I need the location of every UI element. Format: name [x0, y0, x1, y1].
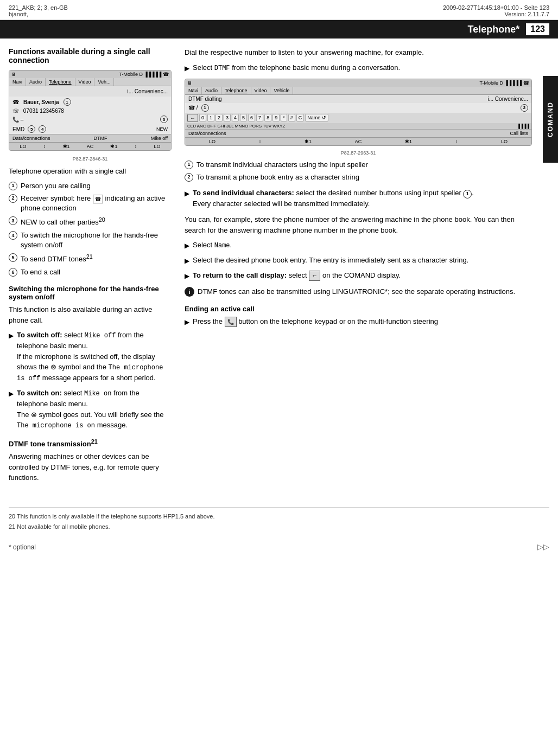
list-item-6: 6 To end a call	[9, 267, 172, 277]
switch-off-item: ▶ To switch off: select Mike off from th…	[9, 330, 172, 383]
device-mockup-2: 🖥 T-Mobile D ▐▐▐▐▐ ☎ Navi Audio Telephon…	[185, 79, 532, 146]
send-chars-label: To send individual characters:	[193, 189, 294, 197]
badge-3: 3	[160, 116, 168, 123]
device1-caption: P82.87-2846-31	[9, 156, 172, 162]
header-left-bottom: bjanott,	[9, 11, 68, 17]
select-dtmf-item: ▶ Select DTMF from the telephone basic m…	[185, 62, 532, 73]
badge-5: 5	[28, 125, 35, 133]
device1-nav-audio: Audio	[26, 78, 46, 86]
key-star: *	[281, 114, 287, 121]
device2-call-icon: ☎ /	[188, 105, 198, 111]
device2-btn-ac: AC	[355, 139, 362, 144]
return-call-label: To return to the call display:	[193, 271, 287, 279]
device2-bottom-bar: LO ↕ ✱1 AC ✱1 ↕ LO	[185, 137, 531, 145]
key-0: 0	[199, 114, 206, 121]
back-btn: ←	[187, 114, 198, 122]
header-right-bottom: Version: 2.11.7.7	[443, 11, 549, 17]
item2-text: Receiver symbol: here ☎ indicating an ac…	[21, 194, 172, 214]
send-chars-content: To send individual characters: select th…	[193, 188, 474, 209]
switch-off-detail: If the microphone is switched off, the d…	[17, 353, 163, 382]
key-name: Name ↺	[305, 114, 328, 121]
arrow-icon-4: ▶	[185, 189, 189, 198]
left-column: Functions available during a single call…	[9, 47, 172, 488]
key-6: 6	[248, 114, 255, 121]
header-left-top: 221_AKB; 2; 3, en-GB	[9, 4, 68, 11]
forward-arrow: ▷▷	[537, 542, 549, 551]
device2-keypad-row: ← 0 1 2 3 4 5 6 7 8 9 * # C Name ↺	[185, 113, 531, 123]
switch-list: ▶ To switch off: select Mike off from th…	[9, 330, 172, 431]
device1-row4: EMD 5 4 NEW	[9, 124, 171, 134]
dtmf-code: DTMF	[214, 65, 230, 72]
device2-labels-row: Data/connections Call lists	[185, 129, 531, 137]
device1-btn-arrow2: ↕	[135, 144, 137, 149]
key-1: 1	[207, 114, 214, 121]
device1-caller-name: Bauer, Svenja	[23, 99, 59, 105]
device2-nav-video: Video	[251, 87, 271, 94]
right-column: Dial the respective number to listen to …	[185, 47, 549, 488]
select-entry-text: Select the desired phone book entry. The…	[193, 255, 468, 266]
device1-topbar: 🖥 T-Mobile D ▐▐▐▐▐ ☎	[9, 71, 171, 78]
device2-section-label: DTMF dialling	[188, 96, 222, 102]
device2-topbar: 🖥 T-Mobile D ▐▐▐▐▐ ☎	[185, 79, 531, 87]
section2-text: This function is also available during a…	[9, 304, 172, 325]
list-item-5: 5 To send DTMF tones21	[9, 253, 172, 265]
device2-nav: Navi Audio Telephone Video Vehicle	[185, 87, 531, 95]
key-c: C	[296, 114, 305, 121]
list-item-4: 4 To switch the microphone for the hands…	[9, 230, 172, 250]
list-item-1: 1 Person you are calling	[9, 181, 172, 191]
phone-keypad-icon: 📞	[225, 317, 237, 327]
item4-text: To switch the microphone for the hands-f…	[21, 230, 172, 250]
device1-btn-star2: ✱1	[110, 144, 117, 149]
device2-network: T-Mobile D ▐▐▐▐▐ ☎	[480, 80, 529, 86]
section2-title: Switching the microphone for the hands-f…	[9, 285, 172, 301]
device1-btn-star1: ✱1	[63, 144, 70, 149]
device1-label-data: Data/connections	[12, 136, 50, 141]
key-3: 3	[224, 114, 231, 121]
device2-call-row: ☎ / 1 2	[185, 103, 531, 113]
header-right-top: 2009-02-27T14:45:18+01:00 - Seite 123	[443, 4, 549, 11]
right-arrow-list-3: ▶ Select Name. ▶ Select the desired phon…	[185, 240, 532, 281]
send-chars-item: ▶ To send individual characters: select …	[185, 188, 532, 209]
switch-on-detail: The ⊗ symbol goes out. You will briefly …	[17, 411, 163, 430]
circle-6: 6	[9, 268, 17, 277]
device1-row3: 📞 – 3	[9, 114, 171, 124]
back-button-icon: ←	[309, 271, 320, 281]
footnotes-section: 20 This function is only available if th…	[0, 507, 558, 562]
switch-on-item: ▶ To switch on: select Mike on from the …	[9, 388, 172, 431]
info-box: i DTMF tones can also be transmitted usi…	[185, 286, 532, 297]
device2-abc-row: CLU ANC DHF GHI JEL MNNO PORS TUV WXYZ ▐…	[185, 123, 531, 129]
device1-btn-arrow1: ↕	[43, 144, 46, 149]
end-call-text: Press the 📞 button on the telephone keyp…	[193, 316, 438, 327]
return-call-item: ▶ To return to the call display: select …	[185, 270, 532, 281]
right-item2-text: To transmit a phone book entry as a char…	[196, 172, 359, 182]
device2-nav-vehicle: Vehicle	[270, 87, 293, 94]
right-circle-1: 1	[185, 161, 193, 169]
right-para1: You can, for example, store the phone nu…	[185, 214, 532, 235]
device1-bottom-bar: LO ↕ ✱1 AC ✱1 ↕ LO	[9, 142, 171, 150]
arrow-icon-5: ▶	[185, 241, 189, 251]
device1-emo-badge: EMD	[12, 126, 24, 132]
info-text: DTMF tones can also be transmitted using…	[198, 286, 515, 297]
device1-nav-telephone: Telephone	[46, 78, 75, 86]
device2-caption: P82.87-2963-31	[185, 150, 532, 156]
circle-2: 2	[9, 194, 17, 203]
arrow-icon-6: ▶	[185, 256, 189, 266]
info-icon: i	[185, 287, 194, 297]
device1-nav-navi: Navi	[9, 78, 26, 86]
arrow-icon-2: ▶	[9, 389, 14, 399]
device2-convenience: i... Convenienc...	[488, 96, 528, 102]
section4-title: Ending an active call	[185, 305, 532, 313]
list-item-2: 2 Receiver symbol: here ☎ indicating an …	[9, 194, 172, 214]
select-name-item: ▶ Select Name.	[185, 240, 532, 251]
arrow-icon-8: ▶	[185, 317, 189, 327]
fn20: 20 This function is only available if th…	[9, 512, 549, 521]
badge-4: 4	[39, 125, 46, 133]
device1-labels-row: Data/connections DTMF Mike off	[9, 134, 171, 142]
item1-text: Person you are calling	[21, 181, 91, 191]
device1-icon-row: 📞 –	[12, 117, 23, 123]
arrow-icon-1: ▶	[9, 331, 14, 341]
device1-label-mike: Mike off	[151, 136, 168, 141]
device2-topbar-icon: 🖥	[187, 80, 192, 86]
section1-title: Functions available during a single call…	[9, 47, 172, 65]
device2-nav-telephone: Telephone	[221, 87, 251, 94]
